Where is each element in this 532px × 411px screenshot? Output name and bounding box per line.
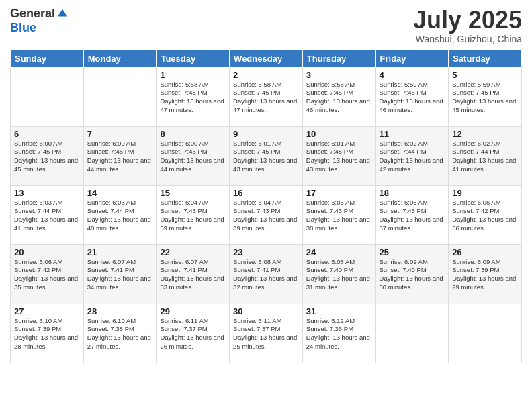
day-info: Sunrise: 5:59 AMSunset: 7:45 PMDaylight:… — [380, 81, 445, 115]
calendar-cell: 15Sunrise: 6:04 AMSunset: 7:43 PMDayligh… — [157, 185, 230, 244]
calendar-cell: 29Sunrise: 6:11 AMSunset: 7:37 PMDayligh… — [157, 304, 230, 363]
calendar-cell: 30Sunrise: 6:11 AMSunset: 7:37 PMDayligh… — [230, 304, 303, 363]
calendar-cell: 17Sunrise: 6:05 AMSunset: 7:43 PMDayligh… — [302, 185, 375, 244]
day-info: Sunrise: 6:06 AMSunset: 7:42 PMDaylight:… — [14, 258, 80, 292]
calendar-cell: 5Sunrise: 5:59 AMSunset: 7:45 PMDaylight… — [449, 67, 522, 126]
day-number: 18 — [380, 188, 445, 198]
day-info: Sunrise: 6:09 AMSunset: 7:39 PMDaylight:… — [452, 258, 518, 292]
calendar-cell: 31Sunrise: 6:12 AMSunset: 7:36 PMDayligh… — [302, 304, 375, 363]
calendar-cell: 14Sunrise: 6:03 AMSunset: 7:44 PMDayligh… — [83, 185, 157, 244]
day-number: 6 — [14, 129, 80, 139]
day-info: Sunrise: 6:00 AMSunset: 7:45 PMDaylight:… — [14, 140, 80, 174]
day-info: Sunrise: 6:07 AMSunset: 7:41 PMDaylight:… — [160, 258, 226, 292]
day-info: Sunrise: 5:58 AMSunset: 7:45 PMDaylight:… — [306, 81, 372, 115]
day-number: 24 — [306, 247, 372, 257]
day-number: 10 — [306, 129, 372, 139]
weekday-header: Thursday — [302, 50, 375, 67]
logo: General Blue — [10, 7, 69, 35]
day-info: Sunrise: 6:11 AMSunset: 7:37 PMDaylight:… — [233, 317, 299, 351]
day-number: 13 — [14, 188, 80, 198]
day-info: Sunrise: 6:00 AMSunset: 7:45 PMDaylight:… — [160, 140, 226, 174]
calendar-cell: 9Sunrise: 6:01 AMSunset: 7:45 PMDaylight… — [230, 126, 303, 185]
weekday-header: Friday — [375, 50, 449, 67]
calendar-cell — [11, 67, 84, 126]
calendar-cell: 16Sunrise: 6:04 AMSunset: 7:43 PMDayligh… — [230, 185, 303, 244]
day-number: 4 — [380, 70, 445, 80]
calendar-subtitle: Wanshui, Guizhou, China — [413, 34, 522, 44]
weekday-header: Tuesday — [157, 50, 230, 67]
calendar-cell: 11Sunrise: 6:02 AMSunset: 7:44 PMDayligh… — [375, 126, 449, 185]
day-info: Sunrise: 6:02 AMSunset: 7:44 PMDaylight:… — [452, 140, 518, 174]
svg-marker-0 — [58, 9, 67, 16]
calendar-cell: 3Sunrise: 5:58 AMSunset: 7:45 PMDaylight… — [302, 67, 375, 126]
calendar-cell: 10Sunrise: 6:01 AMSunset: 7:45 PMDayligh… — [302, 126, 375, 185]
calendar-cell — [375, 304, 449, 363]
logo-icon — [56, 8, 69, 20]
calendar-cell: 8Sunrise: 6:00 AMSunset: 7:45 PMDaylight… — [157, 126, 230, 185]
day-info: Sunrise: 6:04 AMSunset: 7:43 PMDaylight:… — [160, 199, 226, 233]
day-info: Sunrise: 6:12 AMSunset: 7:36 PMDaylight:… — [306, 317, 372, 351]
day-number: 23 — [233, 247, 299, 257]
calendar-cell: 6Sunrise: 6:00 AMSunset: 7:45 PMDaylight… — [11, 126, 84, 185]
calendar-cell: 12Sunrise: 6:02 AMSunset: 7:44 PMDayligh… — [449, 126, 522, 185]
calendar-cell: 4Sunrise: 5:59 AMSunset: 7:45 PMDaylight… — [375, 67, 449, 126]
day-number: 29 — [160, 306, 226, 316]
calendar-cell: 2Sunrise: 5:58 AMSunset: 7:45 PMDaylight… — [230, 67, 303, 126]
day-info: Sunrise: 6:03 AMSunset: 7:44 PMDaylight:… — [87, 199, 153, 233]
calendar-cell — [449, 304, 522, 363]
day-number: 12 — [452, 129, 518, 139]
day-info: Sunrise: 6:01 AMSunset: 7:45 PMDaylight:… — [306, 140, 372, 174]
day-info: Sunrise: 6:05 AMSunset: 7:43 PMDaylight:… — [380, 199, 445, 233]
day-number: 8 — [160, 129, 226, 139]
day-info: Sunrise: 6:06 AMSunset: 7:42 PMDaylight:… — [452, 199, 518, 233]
day-number: 19 — [452, 188, 518, 198]
day-info: Sunrise: 5:58 AMSunset: 7:45 PMDaylight:… — [160, 81, 226, 115]
calendar-cell: 23Sunrise: 6:08 AMSunset: 7:41 PMDayligh… — [230, 244, 303, 304]
weekday-header: Monday — [83, 50, 157, 67]
calendar-cell: 27Sunrise: 6:10 AMSunset: 7:39 PMDayligh… — [11, 304, 84, 363]
day-info: Sunrise: 6:01 AMSunset: 7:45 PMDaylight:… — [233, 140, 299, 174]
calendar-cell: 21Sunrise: 6:07 AMSunset: 7:41 PMDayligh… — [83, 244, 157, 304]
day-info: Sunrise: 6:04 AMSunset: 7:43 PMDaylight:… — [233, 199, 299, 233]
weekday-header: Sunday — [11, 50, 84, 67]
day-number: 22 — [160, 247, 226, 257]
day-number: 16 — [233, 188, 299, 198]
day-number: 3 — [306, 70, 372, 80]
day-number: 5 — [452, 70, 518, 80]
day-number: 11 — [380, 129, 445, 139]
day-info: Sunrise: 6:08 AMSunset: 7:40 PMDaylight:… — [306, 258, 372, 292]
calendar-cell: 19Sunrise: 6:06 AMSunset: 7:42 PMDayligh… — [449, 185, 522, 244]
day-info: Sunrise: 6:07 AMSunset: 7:41 PMDaylight:… — [87, 258, 153, 292]
title-block: July 2025 Wanshui, Guizhou, China — [413, 7, 522, 44]
day-info: Sunrise: 6:11 AMSunset: 7:37 PMDaylight:… — [160, 317, 226, 351]
day-info: Sunrise: 5:58 AMSunset: 7:45 PMDaylight:… — [233, 81, 299, 115]
day-info: Sunrise: 6:05 AMSunset: 7:43 PMDaylight:… — [306, 199, 372, 233]
day-number: 20 — [14, 247, 80, 257]
day-number: 27 — [14, 306, 80, 316]
calendar-cell: 7Sunrise: 6:00 AMSunset: 7:45 PMDaylight… — [83, 126, 157, 185]
calendar-cell: 24Sunrise: 6:08 AMSunset: 7:40 PMDayligh… — [302, 244, 375, 304]
day-info: Sunrise: 5:59 AMSunset: 7:45 PMDaylight:… — [452, 81, 518, 115]
logo-general-text: General — [10, 7, 55, 21]
day-info: Sunrise: 6:08 AMSunset: 7:41 PMDaylight:… — [233, 258, 299, 292]
day-number: 2 — [233, 70, 299, 80]
day-number: 15 — [160, 188, 226, 198]
day-number: 25 — [380, 247, 445, 257]
page-header: General Blue July 2025 Wanshui, Guizhou,… — [10, 7, 522, 44]
weekday-header: Wednesday — [230, 50, 303, 67]
day-info: Sunrise: 6:02 AMSunset: 7:44 PMDaylight:… — [380, 140, 445, 174]
calendar-cell: 18Sunrise: 6:05 AMSunset: 7:43 PMDayligh… — [375, 185, 449, 244]
calendar-cell: 1Sunrise: 5:58 AMSunset: 7:45 PMDaylight… — [157, 67, 230, 126]
calendar-cell: 20Sunrise: 6:06 AMSunset: 7:42 PMDayligh… — [11, 244, 84, 304]
day-info: Sunrise: 6:00 AMSunset: 7:45 PMDaylight:… — [87, 140, 153, 174]
calendar-cell: 25Sunrise: 6:09 AMSunset: 7:40 PMDayligh… — [375, 244, 449, 304]
calendar-table: SundayMondayTuesdayWednesdayThursdayFrid… — [10, 50, 522, 363]
calendar-cell: 28Sunrise: 6:10 AMSunset: 7:38 PMDayligh… — [83, 304, 157, 363]
day-number: 31 — [306, 306, 372, 316]
day-number: 26 — [452, 247, 518, 257]
day-number: 1 — [160, 70, 226, 80]
day-info: Sunrise: 6:09 AMSunset: 7:40 PMDaylight:… — [380, 258, 445, 292]
calendar-cell: 26Sunrise: 6:09 AMSunset: 7:39 PMDayligh… — [449, 244, 522, 304]
day-number: 17 — [306, 188, 372, 198]
calendar-cell: 22Sunrise: 6:07 AMSunset: 7:41 PMDayligh… — [157, 244, 230, 304]
